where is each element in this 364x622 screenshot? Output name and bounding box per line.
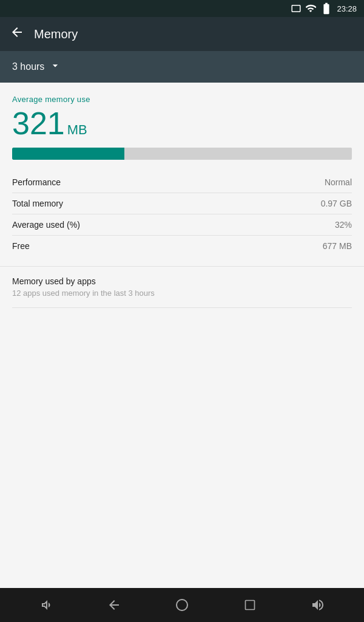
memory-progress-fill (12, 148, 124, 160)
average-memory-label: Average memory use (12, 95, 352, 104)
stats-table: Performance Normal Total memory 0.97 GB … (12, 172, 352, 256)
stat-value-avg-used: 32% (335, 220, 352, 230)
filter-label: 3 hours (12, 61, 44, 72)
apps-section[interactable]: Memory used by apps 12 apps used memory … (12, 267, 352, 308)
memory-number: 321 (12, 108, 65, 139)
memory-unit: MB (67, 122, 87, 138)
stat-value-total: 0.97 GB (321, 199, 352, 208)
svg-point-0 (177, 600, 187, 610)
apps-section-subtitle: 12 apps used memory in the last 3 hours (12, 289, 352, 298)
time-filter-dropdown[interactable]: 3 hours (12, 60, 61, 75)
wifi-icon (305, 3, 316, 14)
volume-up-button[interactable] (303, 590, 332, 620)
home-button[interactable] (167, 590, 197, 620)
main-content: Average memory use 321 MB Performance No… (0, 83, 364, 588)
time-display: 23:28 (337, 4, 357, 13)
recents-button[interactable] (235, 590, 265, 620)
chevron-down-icon (49, 60, 61, 75)
stat-label-free: Free (12, 241, 30, 251)
table-row: Total memory 0.97 GB (12, 193, 352, 214)
svg-rect-1 (246, 601, 255, 610)
stat-value-performance: Normal (325, 177, 352, 187)
battery-icon (320, 2, 333, 15)
page-title: Memory (34, 27, 78, 41)
volume-down-button[interactable] (32, 590, 61, 620)
status-icons: 23:28 (291, 2, 357, 15)
navigation-bar (0, 588, 364, 622)
memory-progress-bar (12, 148, 352, 160)
screen-icon (291, 3, 302, 14)
stat-label-avg-used: Average used (%) (12, 220, 80, 230)
table-row: Average used (%) 32% (12, 214, 352, 236)
top-app-bar: Memory (0, 17, 364, 51)
back-nav-button[interactable] (99, 590, 129, 620)
memory-value-display: 321 MB (12, 108, 352, 139)
table-row: Free 677 MB (12, 236, 352, 256)
apps-section-title: Memory used by apps (12, 276, 352, 286)
stat-value-free: 677 MB (323, 241, 352, 251)
back-button[interactable] (10, 25, 24, 43)
stat-label-total: Total memory (12, 199, 63, 208)
status-bar: 23:28 (0, 0, 364, 17)
table-row: Performance Normal (12, 172, 352, 193)
stat-label-performance: Performance (12, 177, 61, 187)
filter-bar: 3 hours (0, 51, 364, 83)
